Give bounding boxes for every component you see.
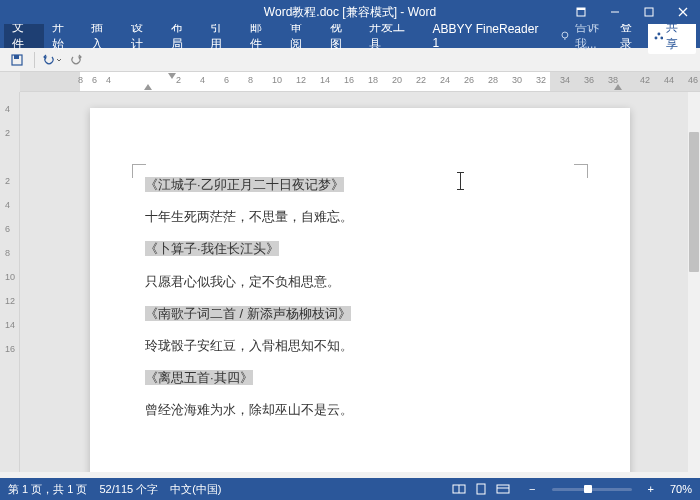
minimize-button[interactable] (598, 0, 632, 24)
doc-line[interactable]: 《离思五首·其四》 (145, 369, 580, 387)
svg-rect-15 (477, 484, 485, 494)
ribbon-options-icon[interactable] (564, 0, 598, 24)
word-count-status[interactable]: 52/115 个字 (99, 482, 158, 497)
chevron-down-icon (56, 57, 62, 63)
language-status[interactable]: 中文(中国) (170, 482, 221, 497)
doc-line[interactable]: 十年生死两茫茫，不思量，自难忘。 (145, 208, 580, 226)
first-line-indent-marker[interactable] (168, 73, 176, 79)
tab-view[interactable]: 视图 (322, 24, 362, 48)
zoom-out-button[interactable]: − (525, 483, 539, 495)
horizontal-ruler[interactable]: 8 6 4 2 4 6 8 10 12 14 16 18 20 22 24 26… (0, 72, 700, 92)
tab-design[interactable]: 设计 (123, 24, 163, 48)
left-indent-marker[interactable] (144, 84, 152, 90)
document-area: 4 2 2 4 6 8 10 12 14 16 《江城子·乙卯正月二十日夜记梦》… (0, 92, 700, 472)
page-container[interactable]: 《江城子·乙卯正月二十日夜记梦》 十年生死两茫茫，不思量，自难忘。 《卜算子·我… (20, 92, 700, 472)
window-title: Word教程.doc [兼容模式] - Word (264, 4, 436, 21)
svg-rect-16 (497, 485, 509, 493)
read-mode-button[interactable] (449, 481, 469, 497)
save-button[interactable] (6, 50, 28, 70)
doc-line[interactable]: 玲珑骰子安红豆，入骨相思知不知。 (145, 337, 580, 355)
status-bar: 第 1 页，共 1 页 52/115 个字 中文(中国) − + 70% (0, 478, 700, 500)
separator (34, 52, 35, 68)
doc-line[interactable]: 《卜算子·我住长江头》 (145, 240, 580, 258)
tab-references[interactable]: 引用 (202, 24, 242, 48)
doc-line[interactable]: 曾经沧海难为水，除却巫山不是云。 (145, 401, 580, 419)
doc-line[interactable]: 《南歌子词二首 / 新添声杨柳枝词》 (145, 305, 580, 323)
tab-review[interactable]: 审阅 (282, 24, 322, 48)
web-layout-button[interactable] (493, 481, 513, 497)
svg-rect-1 (577, 8, 585, 10)
title-bar: Word教程.doc [兼容模式] - Word (0, 0, 700, 24)
tell-me-search[interactable]: 告诉我... (559, 19, 620, 53)
svg-point-9 (654, 36, 657, 39)
tab-insert[interactable]: 插入 (83, 24, 123, 48)
redo-button[interactable] (65, 50, 87, 70)
tab-file[interactable]: 文件 (4, 24, 44, 48)
vertical-scrollbar[interactable] (688, 92, 700, 472)
text-cursor (460, 172, 461, 190)
maximize-button[interactable] (632, 0, 666, 24)
doc-line[interactable]: 《江城子·乙卯正月二十日夜记梦》 (145, 176, 580, 194)
zoom-level[interactable]: 70% (670, 483, 692, 495)
print-layout-button[interactable] (471, 481, 491, 497)
tab-abbyy[interactable]: ABBYY FineReader 1 (425, 24, 555, 48)
tab-home[interactable]: 开始 (44, 24, 84, 48)
right-indent-marker[interactable] (614, 84, 622, 90)
ruler-scale: 8 6 4 2 4 6 8 10 12 14 16 18 20 22 24 26… (20, 72, 700, 91)
svg-rect-12 (14, 55, 19, 59)
login-link[interactable]: 登录 (620, 19, 644, 53)
scrollbar-thumb[interactable] (689, 132, 699, 272)
margin-corner (574, 164, 588, 178)
page-number-status[interactable]: 第 1 页，共 1 页 (8, 482, 87, 497)
zoom-in-button[interactable]: + (644, 483, 658, 495)
margin-corner (132, 164, 146, 178)
svg-point-8 (657, 33, 660, 36)
vertical-ruler[interactable]: 4 2 2 4 6 8 10 12 14 16 (0, 92, 20, 472)
page[interactable]: 《江城子·乙卯正月二十日夜记梦》 十年生死两茫茫，不思量，自难忘。 《卜算子·我… (90, 108, 630, 472)
svg-rect-3 (645, 8, 653, 16)
tab-mailings[interactable]: 邮件 (242, 24, 282, 48)
svg-point-10 (660, 36, 663, 39)
zoom-slider[interactable] (552, 488, 632, 491)
tab-layout[interactable]: 布局 (163, 24, 203, 48)
close-button[interactable] (666, 0, 700, 24)
zoom-slider-knob[interactable] (584, 485, 592, 493)
doc-line[interactable]: 只愿君心似我心，定不负相思意。 (145, 273, 580, 291)
lightbulb-icon (559, 30, 571, 42)
share-icon (654, 31, 664, 41)
ribbon-tabs: 文件 开始 插入 设计 布局 引用 邮件 审阅 视图 开发工具 ABBYY Fi… (0, 24, 700, 48)
undo-button[interactable] (41, 50, 63, 70)
tab-developer[interactable]: 开发工具 (361, 24, 424, 48)
view-buttons (449, 481, 513, 497)
svg-point-6 (562, 32, 568, 38)
window-controls (564, 0, 700, 24)
